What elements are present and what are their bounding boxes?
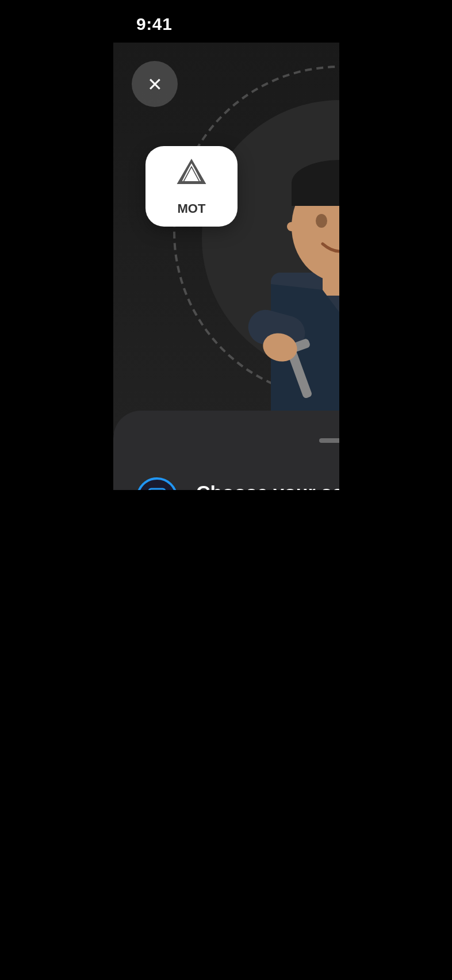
svg-point-18 xyxy=(286,222,296,231)
feature-icon-1 xyxy=(136,477,178,490)
status-time: 9:41 xyxy=(136,14,172,33)
mot-badge[interactable]: MOT xyxy=(145,146,238,227)
mechanic-image xyxy=(236,112,339,434)
features-list: Choose your service Arrange pickup right… xyxy=(136,461,339,490)
svg-rect-27 xyxy=(149,489,165,490)
feature-title-1: Choose your service xyxy=(196,482,339,490)
mot-icon xyxy=(175,158,208,197)
svg-rect-15 xyxy=(291,183,339,206)
svg-rect-20 xyxy=(322,273,339,296)
scroll-area[interactable]: ✕ MOT xyxy=(113,43,339,490)
feature-icon-wrap-1 xyxy=(136,477,178,490)
mot-badge-label: MOT xyxy=(177,201,205,215)
hero-section: ✕ MOT xyxy=(113,43,339,434)
feature-item-service: Choose your service Arrange pickup right… xyxy=(136,461,339,490)
status-bar: 9:41 xyxy=(113,0,339,43)
close-button[interactable]: ✕ xyxy=(132,61,178,107)
pull-indicator xyxy=(319,438,339,443)
features-card: Choose your service Arrange pickup right… xyxy=(113,411,339,490)
close-icon: ✕ xyxy=(147,73,162,95)
feature-text-1: Choose your service Arrange pickup right… xyxy=(196,477,339,490)
